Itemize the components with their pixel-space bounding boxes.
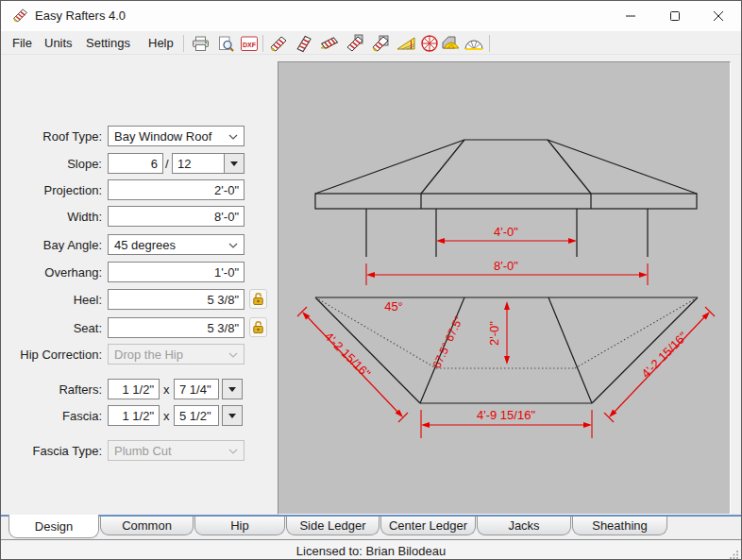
app-window: Easy Rafters 4.0 File Units Settings Hel…	[0, 0, 742, 560]
tool-common-rafter-button[interactable]	[266, 33, 290, 54]
toolbar-separator	[262, 35, 263, 52]
tab-jacks[interactable]: Jacks	[477, 517, 571, 535]
hip-angles-annotation: 67.5° 67.5°	[430, 314, 465, 370]
tool-center-ledger-button[interactable]	[368, 33, 392, 54]
dim-inner-span: 4'-0"	[494, 225, 518, 239]
depth-dimension: 2'-0"	[487, 321, 501, 346]
fascia-separator: x	[163, 409, 170, 423]
seat-input[interactable]	[108, 317, 245, 338]
license-text: Licensed to: Brian Bilodeau	[296, 544, 446, 558]
toolbar-separator	[183, 35, 184, 52]
side-ledger-icon	[345, 34, 365, 53]
roof-type-select[interactable]: Bay Window Roof	[108, 126, 245, 146]
tool-cone-roof-button[interactable]	[462, 33, 485, 54]
overhang-input[interactable]	[108, 262, 245, 282]
tab-sheathing[interactable]: Sheathing	[572, 517, 667, 535]
hip-rafter-icon	[294, 34, 314, 53]
seat-lock-button[interactable]	[249, 317, 267, 337]
print-icon	[192, 36, 210, 52]
roof-type-label: Roof Type:	[1, 129, 102, 144]
tool-octagon-roof-button[interactable]	[417, 33, 441, 54]
heel-label: Heel:	[1, 293, 102, 307]
print-preview-button[interactable]	[213, 33, 237, 54]
projection-input[interactable]	[108, 179, 245, 200]
rafters-label: Rafters:	[1, 382, 102, 397]
rafters-dropdown-button[interactable]	[222, 379, 243, 399]
fascia-depth-input[interactable]	[174, 405, 219, 426]
tab-hip[interactable]: Hip	[194, 517, 285, 535]
hip-correction-label: Hip Correction:	[1, 348, 102, 362]
maximize-button[interactable]	[653, 1, 697, 31]
fascia-type-value: Plumb Cut	[114, 444, 172, 458]
tool-side-ledger-button[interactable]	[343, 33, 366, 54]
bay-angle-annotation: 45°	[384, 299, 403, 314]
bay-angle-label: Bay Angle:	[1, 238, 102, 252]
bottom-dimension: 4'-9 15/16"	[477, 408, 535, 422]
rafters-width-input[interactable]	[108, 379, 160, 399]
hip-correction-select: Drop the Hip	[108, 344, 245, 365]
status-bar: Licensed to: Brian Bilodeau	[1, 539, 741, 560]
tab-bar: Design Common Hip Side Ledger Center Led…	[1, 517, 741, 539]
slope-rise-input[interactable]	[108, 153, 163, 174]
seat-label: Seat:	[1, 321, 102, 335]
slope-label: Slope:	[1, 157, 102, 171]
tab-side-ledger[interactable]: Side Ledger	[286, 517, 379, 535]
slope-run-value: 12	[177, 157, 191, 171]
side-left-dimension: 4'-2 15/16"	[322, 330, 374, 382]
fascia-dropdown-button[interactable]	[222, 405, 243, 426]
app-icon	[11, 7, 29, 26]
center-ledger-icon	[370, 34, 391, 53]
dropdown-arrow-icon	[228, 414, 236, 418]
width-label: Width:	[1, 210, 102, 224]
dxf-export-button[interactable]: DXF	[237, 33, 261, 54]
bay-window-roof-icon	[441, 34, 462, 53]
fascia-label: Fascia:	[1, 409, 102, 423]
bay-angle-select[interactable]: 45 degrees	[108, 234, 245, 255]
width-input[interactable]	[108, 206, 245, 227]
fascia-type-label: Fascia Type:	[1, 444, 102, 458]
print-button[interactable]	[189, 33, 212, 54]
fascia-type-select: Plumb Cut	[108, 440, 245, 461]
octagon-roof-icon	[420, 34, 439, 53]
close-button[interactable]	[697, 1, 740, 31]
dropdown-arrow-icon	[228, 387, 236, 392]
menu-help[interactable]: Help	[144, 35, 177, 52]
tool-valley-rafter-button[interactable]	[317, 33, 341, 54]
chevron-down-icon	[228, 134, 238, 140]
chevron-down-icon	[228, 449, 238, 454]
slope-separator: /	[165, 157, 169, 171]
unlock-icon	[252, 320, 264, 334]
heel-lock-button[interactable]	[249, 289, 267, 309]
fascia-width-input[interactable]	[108, 405, 160, 426]
heel-input[interactable]	[108, 289, 245, 310]
overhang-label: Overhang:	[1, 265, 102, 280]
roof-drawing-canvas: 4'-0" 8'-0"	[278, 61, 731, 515]
tool-jack-rafters-button[interactable]	[394, 33, 417, 54]
toolbar-separator	[489, 35, 490, 52]
tab-center-ledger[interactable]: Center Ledger	[380, 517, 476, 535]
tool-bay-window-roof-button[interactable]	[439, 33, 463, 54]
tab-common[interactable]: Common	[100, 517, 194, 535]
menu-file[interactable]: File	[8, 35, 36, 52]
slope-run-dropdown-button[interactable]	[224, 153, 245, 174]
projection-label: Projection:	[1, 183, 102, 197]
jack-rafters-icon	[396, 34, 416, 53]
title-bar: Easy Rafters 4.0	[1, 1, 741, 31]
menu-bar: File Units Settings Help DXF	[1, 31, 741, 55]
unlock-icon	[252, 292, 264, 306]
chevron-down-icon	[228, 352, 238, 358]
hip-correction-value: Drop the Hip	[114, 348, 183, 362]
rafters-depth-input[interactable]	[174, 379, 219, 399]
side-right-dimension: 4'-2 15/16"	[639, 329, 691, 381]
menu-settings[interactable]: Settings	[82, 35, 134, 52]
design-form: Roof Type: Bay Window Roof Slope: / 12 P…	[1, 55, 277, 515]
cone-roof-icon	[464, 34, 484, 53]
minimize-button[interactable]	[609, 1, 652, 31]
tool-hip-rafter-button[interactable]	[292, 33, 315, 54]
chevron-down-icon	[228, 243, 238, 248]
menu-units[interactable]: Units	[41, 35, 76, 52]
window-title: Easy Rafters 4.0	[35, 8, 126, 23]
tab-design[interactable]: Design	[8, 515, 99, 538]
dxf-icon: DXF	[240, 36, 259, 52]
resize-grip[interactable]	[730, 550, 739, 559]
